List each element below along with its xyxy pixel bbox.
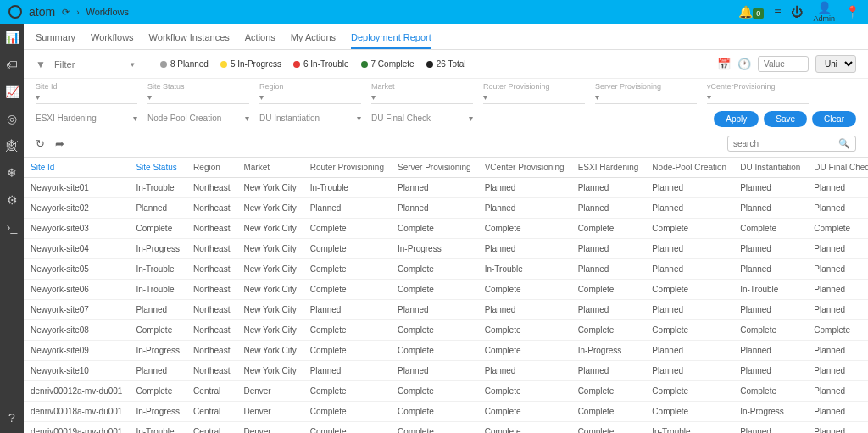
table-row[interactable]: denriv00019a-mv-du001In-TroubleCentralDe… — [24, 422, 868, 434]
column-header[interactable]: Router Provisioning — [303, 158, 391, 178]
selector-value[interactable]: ▾ — [36, 92, 137, 104]
value-input[interactable] — [758, 56, 809, 72]
target-icon[interactable]: ◎ — [7, 112, 17, 125]
tab-summary[interactable]: Summary — [36, 27, 75, 49]
save-button[interactable]: Save — [764, 111, 807, 127]
cell-market: New York City — [236, 320, 303, 341]
table-wrap[interactable]: Site IdSite StatusRegionMarketRouter Pro… — [24, 157, 868, 433]
table-row[interactable]: Newyork-site07PlannedNortheastNew York C… — [24, 300, 868, 320]
selector-value[interactable]: ▾ — [707, 92, 809, 104]
table-row[interactable]: Newyork-site02PlannedNortheastNew York C… — [24, 198, 868, 219]
selector-value[interactable]: ▾ — [371, 92, 473, 104]
terminal-icon[interactable]: ›_ — [7, 220, 17, 234]
filter-input[interactable] — [54, 59, 122, 69]
cell-rp: Complete — [303, 280, 391, 300]
cell-du: Planned — [733, 300, 807, 320]
cell-sp: Complete — [391, 422, 478, 434]
selector-value[interactable]: DU Final Check▾ — [371, 114, 473, 125]
cell-vc: Planned — [478, 300, 571, 320]
tab-workflows[interactable]: Workflows — [91, 27, 134, 49]
selector[interactable]: Region▾ — [259, 82, 361, 104]
selector[interactable]: DU Final Check▾ — [371, 114, 473, 125]
column-header[interactable]: DU Instantiation — [733, 158, 807, 178]
bell-icon[interactable]: 🔔0 — [738, 5, 764, 19]
help-icon[interactable]: ? — [8, 411, 15, 425]
chart-icon[interactable]: 📈 — [5, 85, 19, 98]
calendar-icon[interactable]: 📅 — [717, 58, 731, 70]
search-input[interactable] — [733, 139, 835, 148]
column-header[interactable]: VCenter Provisioning — [478, 158, 571, 178]
clock-icon[interactable]: 🕐 — [737, 58, 751, 70]
refresh-icon[interactable]: ↻ — [36, 137, 45, 150]
column-header[interactable]: Site Status — [129, 158, 186, 178]
table-row[interactable]: denriv00012a-mv-du001CompleteCentralDenv… — [24, 381, 868, 402]
cell-market: New York City — [236, 341, 303, 361]
selector[interactable]: Site Status▾ — [147, 82, 249, 104]
selector[interactable]: Site Id▾ — [36, 82, 137, 104]
selector[interactable]: ESXI Hardening▾ — [36, 114, 137, 125]
table-row[interactable]: Newyork-site08CompleteNortheastNew York … — [24, 320, 868, 341]
selector-value[interactable]: Node Pool Creation▾ — [147, 114, 249, 125]
clear-button[interactable]: Clear — [812, 111, 856, 127]
column-header[interactable]: Market — [236, 158, 303, 178]
search-icon[interactable]: 🔍 — [838, 138, 850, 149]
toolbar-row: ↻ ➦ 🔍 — [24, 130, 868, 157]
table-row[interactable]: Newyork-site06In-TroubleNortheastNew Yor… — [24, 280, 868, 300]
arrows-icon[interactable]: ⟳ — [62, 7, 70, 18]
chevron-down-icon: ▾ — [595, 92, 599, 102]
column-header[interactable]: Node-Pool Creation — [645, 158, 733, 178]
network-icon[interactable]: 🕸 — [6, 139, 18, 153]
share-icon[interactable]: ➦ — [55, 137, 64, 150]
table-row[interactable]: Newyork-site03CompleteNortheastNew York … — [24, 219, 868, 239]
location-icon[interactable]: 📍 — [845, 5, 860, 19]
selector-value[interactable]: ESXI Hardening▾ — [36, 114, 137, 125]
cell-vc: Planned — [478, 361, 571, 381]
cell-status: In-Trouble — [129, 280, 186, 300]
column-header[interactable]: ESXI Hardening — [571, 158, 646, 178]
cell-esxi: Complete — [571, 219, 646, 239]
selector[interactable]: Node Pool Creation▾ — [147, 114, 249, 125]
apply-button[interactable]: Apply — [714, 111, 759, 127]
cell-sp: Complete — [391, 280, 478, 300]
unit-select[interactable]: Unit — [815, 55, 856, 73]
selector[interactable]: Market▾ — [371, 82, 473, 104]
cell-np: Planned — [645, 341, 733, 361]
user-area[interactable]: 👤 Admin — [813, 1, 835, 23]
breadcrumb[interactable]: Workflows — [86, 7, 129, 17]
selector-value[interactable]: DU Instantiation▾ — [259, 114, 361, 125]
column-header[interactable]: Region — [186, 158, 236, 178]
cell-region: Northeast — [186, 259, 236, 280]
column-header[interactable]: Site Id — [24, 158, 129, 178]
selector-value[interactable]: ▾ — [595, 92, 697, 104]
tag-icon[interactable]: 🏷 — [6, 58, 18, 71]
gear-icon[interactable]: ⚙ — [7, 193, 18, 207]
selector-value[interactable]: ▾ — [483, 92, 585, 104]
cell-status: In-Progress — [129, 402, 186, 422]
tab-actions[interactable]: Actions — [245, 27, 275, 49]
menu-icon[interactable]: ≡ — [774, 5, 781, 19]
selector-value[interactable]: ▾ — [259, 92, 361, 104]
table-row[interactable]: Newyork-site01In-TroubleNortheastNew Yor… — [24, 178, 868, 198]
selector[interactable]: vCenterProvisioning▾ — [707, 82, 809, 104]
table-row[interactable]: Newyork-site05In-TroubleNortheastNew Yor… — [24, 259, 868, 280]
tab-my-actions[interactable]: My Actions — [291, 27, 336, 49]
dashboard-icon[interactable]: 📊 — [5, 31, 19, 44]
table-row[interactable]: Newyork-site09In-ProgressNortheastNew Yo… — [24, 341, 868, 361]
cell-fc: Planned — [807, 239, 868, 259]
selector[interactable]: Router Provisioning▾ — [483, 82, 585, 104]
table-row[interactable]: Newyork-site10PlannedNortheastNew York C… — [24, 361, 868, 381]
column-header[interactable]: DU Final Check — [807, 158, 868, 178]
chevron-down-icon: ▾ — [133, 114, 137, 123]
filter-icon[interactable]: ▼ — [36, 58, 46, 70]
table-row[interactable]: Newyork-site04In-ProgressNortheastNew Yo… — [24, 239, 868, 259]
snowflake-icon[interactable]: ❄ — [7, 166, 17, 180]
selector-value[interactable]: ▾ — [147, 92, 249, 104]
selector[interactable]: DU Instantiation▾ — [259, 114, 361, 125]
power-icon[interactable]: ⏻ — [791, 5, 803, 19]
column-header[interactable]: Server Provisioning — [391, 158, 478, 178]
selector[interactable]: Server Provisioning▾ — [595, 82, 697, 104]
tab-workflow-instances[interactable]: Workflow Instances — [149, 27, 230, 49]
tab-deployment-report[interactable]: Deployment Report — [351, 27, 431, 49]
table-row[interactable]: denriv00018a-mv-du001In-ProgressCentralD… — [24, 402, 868, 422]
chevron-down-icon[interactable]: ▾ — [131, 60, 135, 69]
